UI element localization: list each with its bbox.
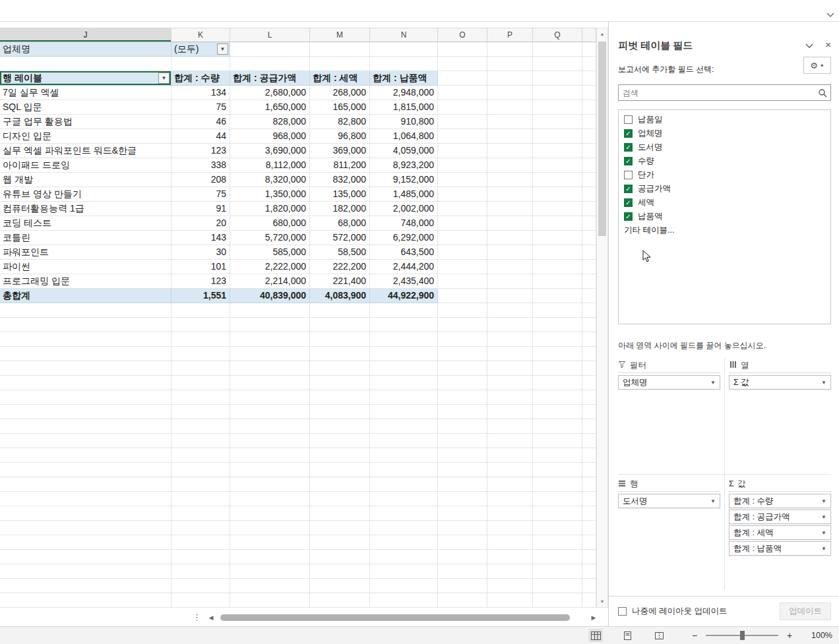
cell[interactable] [487, 448, 533, 463]
cell[interactable] [310, 376, 370, 390]
cell[interactable]: 165,000 [310, 100, 370, 115]
cell[interactable] [370, 376, 438, 390]
cell[interactable] [582, 129, 596, 144]
cell[interactable] [533, 477, 582, 492]
cell[interactable] [230, 376, 310, 390]
field-item[interactable]: ✓업체명 [619, 127, 830, 140]
cell[interactable]: 75 [171, 100, 230, 115]
cell[interactable] [533, 492, 582, 506]
cell[interactable] [438, 390, 487, 405]
chevron-down-icon[interactable]: ▼ [821, 530, 826, 536]
cell[interactable] [582, 100, 596, 115]
column-header-M[interactable]: M [310, 28, 370, 42]
cell[interactable]: 행 레이블▼ [0, 71, 171, 86]
checked-checkbox-icon[interactable]: ✓ [624, 129, 633, 138]
checked-checkbox-icon[interactable]: ✓ [624, 143, 633, 152]
cell[interactable] [582, 158, 596, 173]
search-box[interactable] [618, 84, 831, 101]
cell[interactable] [487, 289, 533, 303]
horizontal-scrollbar[interactable]: ◀ ▶ [206, 612, 599, 624]
cell[interactable] [487, 405, 533, 419]
cell[interactable] [171, 361, 230, 376]
column-header-Q[interactable]: Q [533, 28, 582, 42]
cell[interactable] [230, 521, 310, 535]
cell[interactable] [582, 419, 596, 434]
cell[interactable] [487, 550, 533, 564]
cell[interactable]: 369,000 [310, 144, 370, 158]
field-item[interactable]: ✓수량 [619, 154, 830, 168]
cell[interactable] [487, 506, 533, 521]
cell[interactable] [438, 71, 487, 86]
cell[interactable]: 업체명 [0, 42, 171, 57]
chevron-down-icon[interactable]: ▼ [821, 498, 826, 504]
cell[interactable]: 2,444,200 [370, 260, 438, 274]
cell[interactable] [310, 390, 370, 405]
zoom-level[interactable]: 100% [806, 631, 832, 640]
cell[interactable] [0, 318, 171, 332]
cell[interactable] [487, 173, 533, 187]
cell[interactable] [171, 405, 230, 419]
cell[interactable]: 123 [171, 274, 230, 289]
cell[interactable] [310, 593, 370, 608]
cell[interactable] [533, 115, 582, 129]
zoom-in-button[interactable]: + [785, 631, 794, 640]
cell[interactable]: 832,000 [310, 173, 370, 187]
column-header-O[interactable]: O [438, 28, 487, 42]
cell[interactable] [487, 129, 533, 144]
cell[interactable] [0, 303, 171, 318]
cell[interactable] [310, 463, 370, 477]
cell[interactable] [438, 405, 487, 419]
field-item[interactable]: 단가 [619, 168, 830, 182]
cell[interactable] [582, 187, 596, 202]
cell[interactable] [0, 347, 171, 361]
cell[interactable]: 코틀린 [0, 231, 171, 245]
cell[interactable]: 643,500 [370, 245, 438, 260]
pane-close-icon[interactable]: × [825, 40, 831, 49]
cell[interactable]: 68,000 [310, 216, 370, 231]
cell[interactable] [487, 347, 533, 361]
cell[interactable] [171, 477, 230, 492]
cell[interactable] [230, 492, 310, 506]
cell[interactable] [438, 419, 487, 434]
cell[interactable] [582, 463, 596, 477]
zoom-out-button[interactable]: − [690, 631, 699, 640]
cell[interactable] [533, 71, 582, 86]
cell[interactable] [487, 57, 533, 71]
horizontal-scroll-thumb[interactable] [220, 614, 570, 621]
cell[interactable]: SQL 입문 [0, 100, 171, 115]
cell[interactable]: 합계 : 납품액 [370, 71, 438, 86]
cell[interactable]: 910,800 [370, 115, 438, 129]
field-item[interactable]: ✓납품액 [619, 210, 830, 223]
formula-bar-expand-icon[interactable] [826, 8, 834, 20]
cell[interactable] [582, 289, 596, 303]
cell[interactable] [230, 434, 310, 448]
cell[interactable] [171, 57, 230, 71]
area-item[interactable]: 합계 : 수량▼ [729, 494, 831, 508]
cell[interactable] [230, 42, 310, 57]
column-header-stub[interactable] [582, 28, 596, 42]
cell[interactable] [582, 477, 596, 492]
cell[interactable] [230, 303, 310, 318]
cell[interactable] [370, 535, 438, 550]
cell[interactable] [438, 506, 487, 521]
unchecked-checkbox-icon[interactable] [624, 115, 633, 124]
cell[interactable] [582, 144, 596, 158]
cell[interactable] [438, 448, 487, 463]
cell[interactable] [438, 463, 487, 477]
checked-checkbox-icon[interactable]: ✓ [624, 185, 633, 193]
cell[interactable] [582, 521, 596, 535]
cell[interactable] [438, 579, 487, 593]
cell[interactable] [438, 434, 487, 448]
cell[interactable]: 338 [171, 158, 230, 173]
cell[interactable] [582, 216, 596, 231]
cell[interactable]: 268,000 [310, 86, 370, 100]
cell[interactable]: 91 [171, 202, 230, 216]
cell[interactable] [487, 376, 533, 390]
cell[interactable] [582, 202, 596, 216]
vertical-scrollbar[interactable]: ▲ ▼ [596, 28, 608, 608]
cell[interactable]: 합계 : 수량 [171, 71, 230, 86]
cell[interactable] [487, 260, 533, 274]
cell[interactable] [487, 303, 533, 318]
area-item[interactable]: 도서명▼ [618, 494, 720, 508]
cell[interactable] [533, 129, 582, 144]
